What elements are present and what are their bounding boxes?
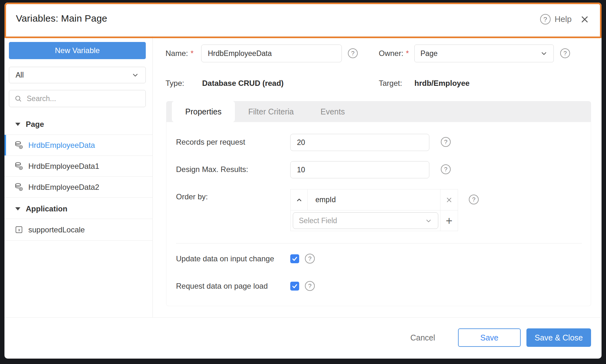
type-value: Database CRUD (read): [202, 79, 284, 88]
help-button[interactable]: ? Help: [540, 14, 572, 24]
variable-search: [9, 90, 146, 107]
chevron-down-icon: [540, 50, 548, 57]
owner-label: Owner:*: [379, 49, 409, 58]
check-icon: [292, 283, 298, 289]
new-variable-button[interactable]: New Variable: [9, 42, 146, 59]
page-section-header[interactable]: Page: [4, 115, 152, 134]
section-divider: [176, 243, 582, 244]
dialog-footer: Cancel Save Save & Close: [410, 328, 591, 347]
variables-dialog: Variables: Main Page ? Help New Variable…: [4, 3, 602, 359]
order-direction-button[interactable]: [291, 189, 308, 210]
request-on-load-checkbox[interactable]: [290, 282, 299, 291]
design-max-results-help-icon[interactable]: ?: [441, 164, 451, 174]
database-icon: [15, 162, 23, 170]
database-icon: [15, 141, 23, 149]
name-help-icon[interactable]: ?: [348, 48, 358, 58]
order-by-help-icon[interactable]: ?: [469, 195, 479, 204]
svg-text:x: x: [18, 228, 21, 232]
select-field-placeholder: Select Field: [299, 216, 337, 225]
design-max-results-label: Design Max. Results:: [176, 165, 248, 174]
records-per-request-help-icon[interactable]: ?: [441, 137, 451, 147]
save-and-close-button[interactable]: Save & Close: [526, 328, 591, 347]
properties-tab-content: Records per request ? Design Max. Result…: [166, 122, 591, 306]
dialog-header: Variables: Main Page ? Help: [4, 3, 602, 36]
close-button[interactable]: [580, 15, 589, 24]
sidebar-item-hrdbemployeedata[interactable]: HrdbEmployeeData: [4, 134, 152, 155]
check-icon: [292, 256, 298, 262]
page-title: Variables: Main Page: [16, 13, 107, 24]
section-label: Page: [26, 120, 44, 129]
caret-down-icon: [15, 123, 20, 126]
remove-order-field-button[interactable]: [440, 189, 458, 210]
help-icon[interactable]: ?: [540, 14, 551, 24]
variable-name: supportedLocale: [28, 225, 85, 234]
help-label[interactable]: Help: [555, 14, 572, 24]
target-value: hrdb/Employee: [414, 79, 469, 88]
name-label: Name:*: [166, 49, 194, 58]
update-on-input-help-icon[interactable]: ?: [305, 254, 315, 264]
variable-filter-value: All: [16, 71, 24, 79]
sidebar-item-hrdbemployeedata2[interactable]: HrdbEmployeeData2: [4, 176, 152, 197]
caret-down-icon: [15, 207, 20, 210]
save-button[interactable]: Save: [458, 328, 521, 347]
variable-icon: x: [15, 225, 23, 234]
database-icon: [15, 183, 23, 191]
sidebar-item-supportedlocale[interactable]: x supportedLocale: [4, 219, 152, 240]
tab-filter-criteria[interactable]: Filter Criteria: [235, 101, 307, 122]
request-on-load-label: Request data on page load: [176, 282, 268, 291]
add-order-field-button[interactable]: +: [440, 210, 458, 231]
chevron-down-icon: [425, 217, 432, 224]
tab-bar: Properties Filter Criteria Events: [166, 101, 591, 122]
chevron-down-icon: [131, 71, 139, 79]
order-by-label: Order by:: [176, 192, 208, 201]
cancel-button[interactable]: Cancel: [410, 333, 435, 342]
tab-events[interactable]: Events: [307, 101, 358, 122]
footer-divider: [4, 317, 602, 318]
variable-name: HrdbEmployeeData: [28, 141, 95, 150]
design-max-results-input[interactable]: [290, 161, 429, 178]
owner-value: Page: [420, 49, 438, 58]
variables-sidebar: New Variable All Page: [4, 36, 153, 317]
update-on-input-checkbox[interactable]: [290, 254, 299, 263]
sidebar-item-hrdbemployeedata1[interactable]: HrdbEmployeeData1: [4, 155, 152, 176]
required-asterisk: *: [191, 49, 194, 58]
variable-filter-select[interactable]: All: [9, 67, 146, 83]
search-input[interactable]: [27, 94, 140, 103]
records-per-request-label: Records per request: [176, 138, 245, 147]
order-by-widget: empId Select Field: [290, 189, 458, 231]
select-field-dropdown[interactable]: Select Field: [293, 212, 438, 229]
application-variable-list: x supportedLocale: [4, 219, 152, 241]
order-field-value: empId: [308, 189, 440, 210]
update-on-input-label: Update data on input change: [176, 254, 274, 263]
chevron-up-icon: [296, 196, 303, 203]
tab-properties[interactable]: Properties: [172, 101, 235, 122]
remove-icon: [445, 196, 453, 204]
variable-settings-panel: Properties Filter Criteria Events Record…: [166, 101, 591, 306]
variable-name: HrdbEmployeeData1: [28, 162, 99, 171]
type-label: Type:: [166, 79, 184, 88]
target-label: Target:: [379, 79, 402, 88]
section-label: Application: [26, 204, 67, 213]
page-variable-list: HrdbEmployeeData HrdbEmployeeData1: [4, 134, 152, 198]
owner-select[interactable]: Page: [414, 45, 554, 62]
required-asterisk: *: [406, 49, 409, 58]
plus-icon: +: [446, 214, 452, 228]
records-per-request-input[interactable]: [290, 134, 429, 151]
owner-help-icon[interactable]: ?: [560, 48, 570, 58]
application-section-header[interactable]: Application: [4, 199, 152, 219]
request-on-load-help-icon[interactable]: ?: [305, 281, 315, 291]
close-icon[interactable]: [580, 15, 589, 24]
variable-name: HrdbEmployeeData2: [28, 183, 99, 192]
search-icon: [14, 95, 22, 103]
name-input[interactable]: [201, 45, 342, 62]
